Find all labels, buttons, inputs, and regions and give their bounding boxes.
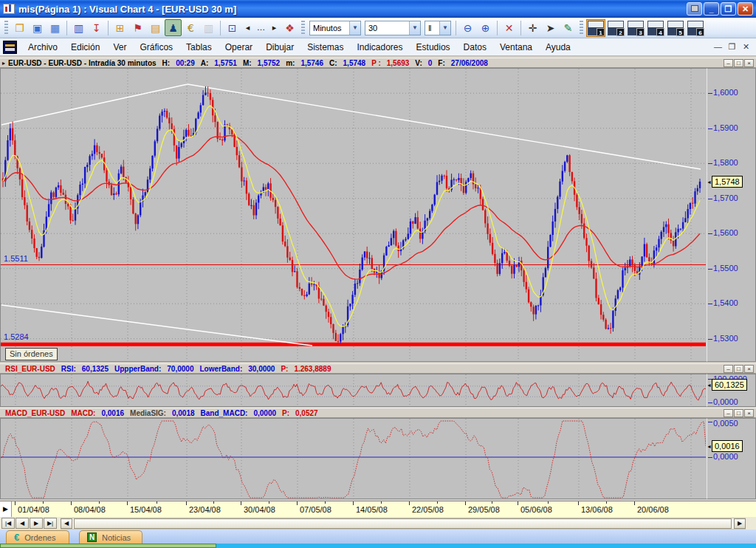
- menu-dibujar[interactable]: Dibujar: [259, 40, 300, 55]
- chevron-down-icon[interactable]: ▼: [409, 21, 420, 35]
- macd-axis[interactable]: 0,00500,00000,0016: [707, 418, 756, 499]
- period-type-combo[interactable]: Minutos▼: [309, 21, 361, 35]
- date-minor-tick: [606, 501, 607, 504]
- zoom-in-button[interactable]: ⊕: [477, 19, 494, 36]
- euro-key-button[interactable]: €: [182, 19, 199, 36]
- page-next-button[interactable]: ▸: [268, 19, 281, 36]
- mdi-minimize-button[interactable]: —: [712, 42, 724, 52]
- tab-ordenes[interactable]: €Ordenes: [6, 530, 69, 544]
- go-last-button[interactable]: ▶|: [44, 518, 57, 529]
- axis-expand-arrow[interactable]: ▶: [0, 501, 12, 518]
- save-all-button[interactable]: ▦: [47, 19, 63, 36]
- close-button[interactable]: ✕: [738, 2, 753, 16]
- pane-close-button[interactable]: ×: [744, 409, 754, 417]
- level-label-15284: 1.5284: [4, 332, 29, 341]
- desktop-2-button[interactable]: 2: [606, 19, 625, 37]
- main-toolbar: ❐▣▦▥↧⊞⚑▤♟€▥⊡◂…▸❖Minutos▼30▼‖▼⊖⊕✕✛➤✎12345…: [0, 18, 756, 38]
- price-tick-label: 1,5900: [713, 123, 738, 132]
- toolbar-separator: [66, 21, 67, 35]
- menu-ver[interactable]: Ver: [106, 40, 133, 55]
- scroll-left-arrow[interactable]: ◀: [61, 518, 72, 529]
- mdi-restore-button[interactable]: ❐: [726, 42, 738, 52]
- pane-maximize-button[interactable]: □: [734, 365, 743, 373]
- go-first-button[interactable]: |◀: [1, 518, 15, 529]
- go-prev-button[interactable]: ◀: [16, 518, 29, 529]
- go-next-button[interactable]: ▶: [30, 518, 43, 529]
- pane-close-button[interactable]: ×: [744, 365, 754, 373]
- scroll-thumb[interactable]: [74, 518, 732, 529]
- pointer-button[interactable]: ✛: [524, 19, 541, 36]
- header-field: MACD_EUR-USD: [5, 409, 65, 417]
- menu-archivo[interactable]: Archivo: [21, 40, 64, 55]
- bar-chart-button[interactable]: ▥: [70, 19, 87, 36]
- save-button[interactable]: ▣: [29, 19, 46, 36]
- link-windows-button[interactable]: ❖: [281, 19, 298, 36]
- pane-close-button[interactable]: ×: [744, 59, 754, 67]
- menu-sistemas[interactable]: Sistemas: [300, 40, 350, 55]
- new-chart-button[interactable]: ⊞: [111, 19, 128, 36]
- restore-button[interactable]: ❐: [721, 2, 736, 16]
- scroll-right-arrow[interactable]: ▶: [734, 518, 746, 529]
- desktop-2-button-number: 2: [616, 28, 625, 36]
- period-value-combo[interactable]: 30▼: [365, 21, 421, 35]
- pointer-label-button[interactable]: ➤: [542, 19, 559, 36]
- header-field: m:: [286, 59, 295, 67]
- menu-datos[interactable]: Datos: [457, 40, 493, 55]
- tab-noticias[interactable]: NNoticias: [79, 530, 142, 544]
- price-axis[interactable]: 1,60001,59001,58001,57001,56001,55001,54…: [707, 68, 756, 362]
- pane-minimize-button[interactable]: –: [724, 409, 733, 417]
- desktop-6-button[interactable]: 6: [686, 19, 705, 37]
- page-list-icon: …: [257, 23, 265, 32]
- desktop-3-button[interactable]: 3: [626, 19, 645, 37]
- toolbar-grip: [301, 21, 305, 35]
- pane-minimize-button[interactable]: –: [724, 59, 733, 67]
- horizontal-scrollbar[interactable]: ◀▶: [61, 518, 746, 530]
- rsi-indicator-chart[interactable]: [0, 374, 707, 407]
- rsi-axis[interactable]: 100,00000,000060,1325: [707, 374, 756, 407]
- menu-ventana[interactable]: Ventana: [493, 40, 539, 55]
- mdi-close-button[interactable]: ✕: [740, 42, 752, 52]
- desktop-5-button[interactable]: 5: [666, 19, 685, 37]
- menu-tablas[interactable]: Tablas: [179, 40, 219, 55]
- chart-disabled-icon: ▥: [204, 22, 213, 34]
- pointer-icon: ✛: [529, 22, 537, 34]
- pane-expand-icon[interactable]: ▸: [2, 60, 5, 66]
- contacts-button[interactable]: ♟: [165, 19, 182, 36]
- menu-operar[interactable]: Operar: [219, 40, 259, 55]
- page-list-button[interactable]: …: [255, 19, 267, 36]
- export-data-icon: ↧: [92, 22, 101, 34]
- minimize-button[interactable]: _: [704, 2, 719, 16]
- menu-ayuda[interactable]: Ayuda: [539, 40, 577, 55]
- properties-button[interactable]: ⊡: [224, 19, 241, 36]
- page-prev-button[interactable]: ◂: [241, 19, 254, 36]
- table-chart-button[interactable]: ▤: [147, 19, 164, 36]
- date-tick: [71, 501, 72, 505]
- titlebar-window-button[interactable]: [687, 2, 702, 16]
- main-price-chart[interactable]: 1.55111.5284Sin órdenes: [0, 68, 707, 362]
- menu-indicadores[interactable]: Indicadores: [351, 40, 410, 55]
- pane-minimize-button[interactable]: –: [724, 365, 733, 373]
- menu-edicion[interactable]: Edición: [64, 40, 106, 55]
- export-data-button[interactable]: ↧: [88, 19, 105, 36]
- draw-pen-button[interactable]: ✎: [560, 19, 577, 36]
- page-prev-icon: ◂: [246, 23, 250, 32]
- desktop-1-button[interactable]: 1: [586, 19, 605, 37]
- pane-maximize-button[interactable]: □: [734, 409, 743, 417]
- chart-style-combo[interactable]: ‖▼: [425, 21, 451, 35]
- chevron-down-icon[interactable]: ▼: [349, 21, 360, 35]
- pane-maximize-button[interactable]: □: [734, 59, 743, 67]
- open-chart-button[interactable]: ❐: [11, 19, 28, 36]
- macd-indicator-chart[interactable]: [0, 418, 707, 499]
- main-pane-header: ▸EUR-USD - EUR-USD - Intradía 30 minutos…: [0, 58, 756, 68]
- menu-estudios[interactable]: Estudios: [410, 40, 457, 55]
- zoom-out-button[interactable]: ⊖: [459, 19, 476, 36]
- header-field: Band_MACD:: [201, 409, 248, 417]
- menu-graficos[interactable]: Gráficos: [133, 40, 179, 55]
- symbol-search-button[interactable]: ⚑: [129, 19, 146, 36]
- chevron-down-icon[interactable]: ▼: [439, 21, 450, 35]
- price-tick-label: 1,5700: [713, 193, 738, 202]
- desktop-4-button[interactable]: 4: [646, 19, 665, 37]
- symbol-search-icon: ⚑: [133, 22, 142, 34]
- date-minor-tick: [99, 501, 100, 504]
- delete-bars-button[interactable]: ✕: [501, 19, 518, 36]
